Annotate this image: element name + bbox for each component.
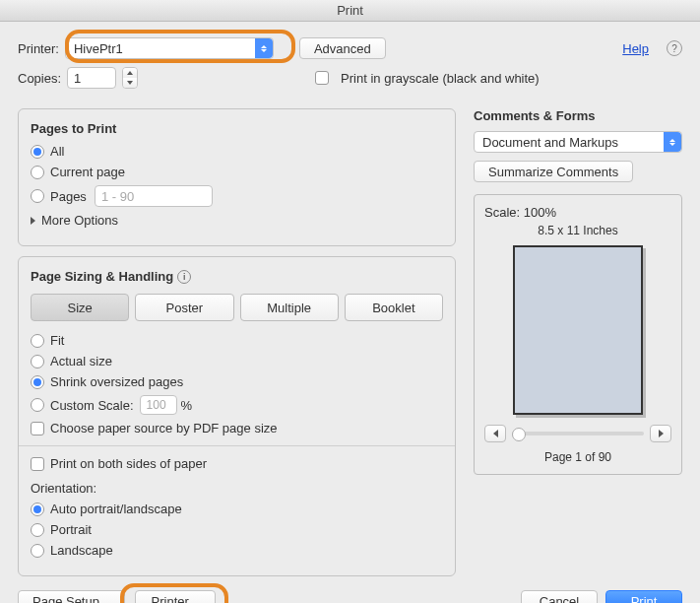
print-button[interactable]: Print — [605, 590, 682, 603]
comments-mode-value: Document and Markups — [482, 135, 618, 150]
comments-heading: Comments & Forms — [474, 108, 682, 123]
pages-range-field[interactable]: 1 - 90 — [95, 185, 213, 207]
disclosure-icon[interactable] — [31, 217, 35, 225]
both-sides-label: Print on both sides of paper — [50, 456, 207, 471]
preview-panel: Scale: 100% 8.5 x 11 Inches Page 1 of 90 — [474, 194, 682, 475]
custom-label: Custom Scale: — [50, 398, 134, 413]
printer-button[interactable]: Printer... — [135, 590, 216, 603]
sizing-panel: Page Sizing & Handling i Size Poster Mul… — [18, 256, 456, 576]
page-slider[interactable] — [512, 432, 644, 436]
page-thumbnail — [513, 245, 643, 415]
printer-label: Printer: — [18, 41, 59, 56]
dimensions-label: 8.5 x 11 Inches — [484, 224, 671, 237]
printer-select[interactable]: HivePtr1 — [65, 37, 274, 59]
comments-mode-select[interactable]: Document and Markups — [474, 131, 682, 153]
fit-label: Fit — [50, 333, 64, 348]
fit-radio[interactable] — [31, 334, 44, 348]
window-title: Print — [0, 0, 700, 22]
prev-page-button[interactable] — [484, 425, 506, 442]
orientation-portrait-label: Portrait — [50, 522, 92, 537]
pages-current-label: Current page — [50, 165, 125, 179]
orientation-landscape-radio[interactable] — [31, 544, 44, 558]
pages-range-label: Pages — [50, 189, 87, 204]
orientation-auto-label: Auto portrait/landscape — [50, 502, 182, 516]
advanced-button[interactable]: Advanced — [299, 37, 386, 59]
custom-radio[interactable] — [31, 398, 44, 412]
shrink-label: Shrink oversized pages — [50, 374, 183, 389]
grayscale-checkbox[interactable] — [315, 71, 329, 85]
printer-value: HivePtr1 — [74, 41, 123, 56]
tab-booklet[interactable]: Booklet — [345, 294, 443, 321]
cancel-button[interactable]: Cancel — [521, 590, 598, 603]
scale-label: Scale: 100% — [484, 205, 671, 220]
pages-range-radio[interactable] — [31, 189, 44, 203]
chevron-updown-icon — [255, 38, 273, 58]
pages-panel: Pages to Print All Current page Pages 1 … — [18, 108, 456, 246]
help-link[interactable]: Help — [622, 41, 649, 56]
summarize-button[interactable]: Summarize Comments — [474, 161, 633, 182]
pages-all-radio[interactable] — [31, 145, 44, 159]
pages-current-radio[interactable] — [31, 166, 44, 179]
orientation-auto-radio[interactable] — [31, 502, 44, 516]
choose-source-label: Choose paper source by PDF page size — [50, 421, 278, 436]
tab-size[interactable]: Size — [31, 294, 129, 321]
sizing-heading: Page Sizing & Handling — [31, 269, 173, 284]
pages-all-label: All — [50, 144, 64, 159]
info-icon[interactable]: i — [177, 270, 191, 284]
actual-radio[interactable] — [31, 355, 44, 368]
shrink-radio[interactable] — [31, 375, 44, 389]
next-page-button[interactable] — [650, 425, 671, 442]
chevron-updown-icon — [664, 132, 681, 152]
more-options-link[interactable]: More Options — [41, 213, 118, 228]
orientation-portrait-radio[interactable] — [31, 523, 44, 537]
grayscale-label: Print in grayscale (black and white) — [341, 71, 540, 86]
page-setup-button[interactable]: Page Setup... — [18, 590, 125, 603]
copies-stepper[interactable] — [122, 67, 138, 89]
orientation-label: Orientation: — [31, 481, 443, 496]
actual-label: Actual size — [50, 354, 112, 368]
custom-pct-label: % — [181, 398, 193, 413]
tab-poster[interactable]: Poster — [135, 294, 233, 321]
choose-source-checkbox[interactable] — [31, 422, 44, 436]
copies-label: Copies: — [18, 71, 61, 86]
custom-scale-field[interactable]: 100 — [140, 395, 177, 415]
page-info-label: Page 1 of 90 — [484, 450, 671, 464]
orientation-landscape-label: Landscape — [50, 543, 113, 558]
tab-multiple[interactable]: Multiple — [240, 294, 339, 321]
copies-field[interactable]: 1 — [67, 67, 116, 89]
pages-heading: Pages to Print — [31, 121, 443, 136]
both-sides-checkbox[interactable] — [31, 457, 44, 471]
help-icon[interactable]: ? — [667, 40, 682, 56]
